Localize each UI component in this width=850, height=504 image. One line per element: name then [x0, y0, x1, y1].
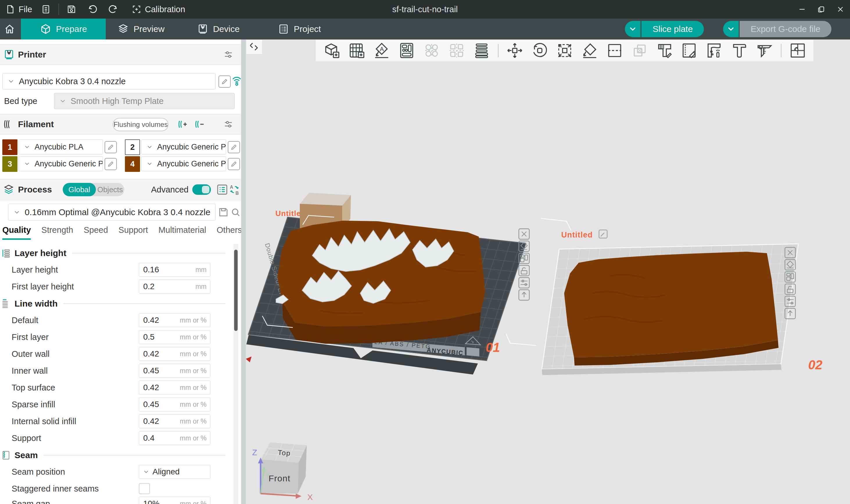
line-width-default-input[interactable]: 0.42mm or %: [139, 313, 210, 327]
add-filament-icon[interactable]: [177, 119, 188, 130]
line-width-support-input[interactable]: 0.4mm or %: [139, 431, 210, 445]
filament-2-select[interactable]: Anycubic Generic P...: [141, 139, 226, 155]
project-list-icon: [278, 23, 289, 35]
plate-02-name[interactable]: Untitled: [561, 231, 593, 239]
lock-plate-icon[interactable]: [519, 265, 529, 276]
file-menu[interactable]: File: [0, 0, 37, 19]
filament-2-color-chip[interactable]: 2: [125, 139, 140, 155]
tab-project[interactable]: Project: [275, 19, 324, 39]
filament-1-name: Anycubic PLA: [35, 143, 83, 151]
export-gcode-button[interactable]: Export G-code file: [740, 21, 831, 37]
sidebar-scrollbar[interactable]: [233, 244, 238, 504]
slice-plate-dropdown[interactable]: [625, 21, 640, 37]
tab-prepare[interactable]: Prepare: [21, 19, 106, 39]
parameter-list-icon[interactable]: [216, 183, 228, 196]
project-panel-button[interactable]: [37, 0, 54, 19]
tab-speed[interactable]: Speed: [84, 225, 108, 238]
plate-settings-icon[interactable]: [519, 277, 529, 288]
slice-plate-split-button: Slice plate: [625, 21, 704, 37]
filament-1-select[interactable]: Anycubic PLA: [19, 139, 103, 155]
seam-position-select[interactable]: Aligned: [139, 465, 210, 479]
staggered-inner-seams-checkbox[interactable]: [139, 483, 150, 494]
tab-device[interactable]: Device: [194, 19, 243, 39]
remove-filament-icon[interactable]: [193, 119, 205, 130]
line-width-internal-solid-input[interactable]: 0.42mm or %: [139, 414, 210, 428]
seam-gap-input[interactable]: 10%mm or %: [139, 497, 210, 504]
process-preset-value: 0.16mm Optimal @Anycubic Kobra 3 0.4 noz…: [25, 207, 210, 217]
wifi-connection-icon[interactable]: [231, 74, 242, 87]
scrollbar-thumb[interactable]: [234, 250, 237, 331]
line-width-inner-wall-input[interactable]: 0.45mm or %: [139, 364, 210, 378]
maximize-button[interactable]: [812, 0, 831, 19]
flushing-volumes-button[interactable]: Flushing volumes: [113, 118, 169, 131]
filament-4-color-chip[interactable]: 4: [125, 156, 140, 172]
filament-3-color-chip[interactable]: 3: [2, 156, 17, 172]
edit-filament-1-button[interactable]: [105, 141, 117, 153]
x-axis-label: X: [307, 493, 313, 502]
save-preset-icon[interactable]: [218, 207, 229, 218]
scope-objects[interactable]: Objects: [96, 185, 124, 194]
export-split-button: Export G-code file: [723, 21, 831, 37]
chevron-down-icon: [727, 25, 735, 33]
build-plate-02[interactable]: [542, 244, 798, 375]
file-menu-label: File: [19, 5, 32, 14]
setting-value: 0.5: [143, 332, 180, 342]
delete-plate-icon[interactable]: [519, 229, 529, 239]
calibration-menu[interactable]: Calibration: [126, 0, 191, 19]
edit-printer-button[interactable]: [218, 75, 231, 88]
rename-plate-02-button[interactable]: [599, 230, 607, 238]
tab-support[interactable]: Support: [119, 225, 148, 238]
tab-quality[interactable]: Quality: [2, 225, 31, 240]
tab-others[interactable]: Others: [217, 225, 242, 238]
layer-height-input[interactable]: 0.16mm: [139, 263, 210, 277]
setting-unit: mm or %: [180, 417, 207, 425]
setting-row: Top surface 0.42mm or %: [0, 380, 230, 395]
printer-preset-select[interactable]: Anycubic Kobra 3 0.4 nozzle: [2, 73, 215, 89]
navigation-cube[interactable]: Top Front Z y X: [252, 443, 313, 502]
viewport-3d-scene[interactable]: Untitled 02 PLA / ABS / PETG ANYCUBIC: [241, 39, 850, 504]
printer-icon: [3, 49, 15, 60]
filament-4-select[interactable]: Anycubic Generic P...: [141, 156, 226, 171]
model-terrain-flat[interactable]: [564, 252, 778, 357]
export-dropdown[interactable]: [723, 21, 739, 37]
filament-settings-icon[interactable]: [223, 119, 233, 129]
setting-row: Staggered inner seams: [0, 481, 230, 496]
filament-3-select[interactable]: Anycubic Generic P...: [19, 156, 103, 171]
move-plate-front-icon[interactable]: [519, 290, 529, 300]
line-width-first-layer-input[interactable]: 0.5mm or %: [139, 330, 210, 344]
process-preset-select[interactable]: 0.16mm Optimal @Anycubic Kobra 3 0.4 noz…: [8, 204, 215, 221]
first-layer-height-input[interactable]: 0.2mm: [139, 280, 210, 293]
tab-strength[interactable]: Strength: [41, 225, 73, 238]
edit-filament-3-button[interactable]: [105, 158, 117, 170]
slice-plate-button[interactable]: Slice plate: [641, 21, 704, 37]
edit-filament-4-button[interactable]: [228, 158, 240, 170]
undo-button[interactable]: [84, 0, 101, 19]
filament-1-color-chip[interactable]: 1: [2, 139, 17, 155]
line-width-sparse-infill-input[interactable]: 0.45mm or %: [139, 397, 210, 411]
save-button[interactable]: [63, 0, 80, 19]
tab-preview[interactable]: Preview: [115, 19, 167, 39]
tab-multimaterial[interactable]: Multimaterial: [158, 225, 206, 238]
search-preset-icon[interactable]: [230, 207, 241, 218]
advanced-toggle[interactable]: [192, 184, 211, 195]
terrain-top-surface: [278, 221, 485, 327]
redo-icon: [108, 4, 119, 15]
redo-button[interactable]: [105, 0, 122, 19]
z-axis-label: Z: [252, 448, 257, 457]
model-terrain-mountains[interactable]: [276, 221, 485, 344]
compare-preset-icon[interactable]: AB: [228, 183, 241, 196]
scope-global[interactable]: Global: [63, 183, 96, 196]
line-width-outer-wall-input[interactable]: 0.42mm or %: [139, 347, 210, 361]
close-button[interactable]: [831, 0, 850, 19]
home-button[interactable]: [0, 19, 19, 39]
filament-4-number: 4: [130, 160, 135, 169]
setting-row: First layer height 0.2mm: [0, 279, 230, 294]
plate-02-number: 02: [808, 358, 822, 372]
settings-sidebar: Printer Anycubic Kobra 3 0.4 nozzle Bed …: [0, 39, 241, 504]
bed-type-select[interactable]: Smooth High Temp Plate: [54, 93, 235, 109]
line-width-top-surface-input[interactable]: 0.42mm or %: [139, 381, 210, 395]
process-scope-toggle[interactable]: Global Objects: [63, 183, 124, 196]
edit-filament-2-button[interactable]: [228, 141, 240, 153]
printer-settings-icon[interactable]: [223, 49, 233, 60]
minimize-button[interactable]: [793, 0, 812, 19]
